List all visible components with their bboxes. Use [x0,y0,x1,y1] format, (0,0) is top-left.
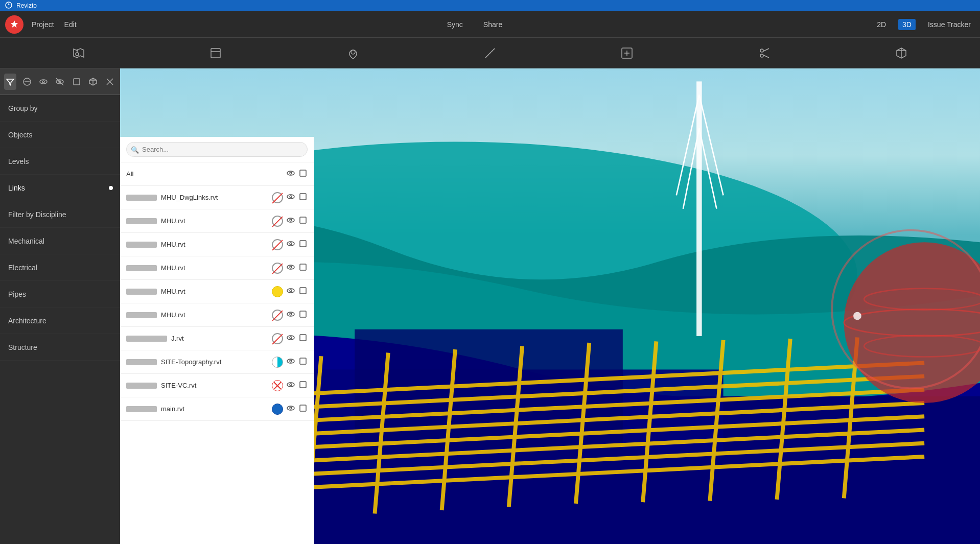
links-indicator-dot [109,186,113,190]
color-swatch[interactable] [272,239,283,250]
list-item[interactable]: SITE-VC.rvt [120,374,314,397]
box-icon[interactable] [298,192,308,203]
list-item[interactable]: main.rvt [120,397,314,421]
sidebar-item-pipes[interactable]: Pipes [0,281,120,308]
sidebar-item-architecture[interactable]: Architecture [0,308,120,334]
sidebar-item-structure[interactable]: Structure [0,334,120,361]
box-filter-icon[interactable] [71,74,83,90]
search-wrap: 🔍 [126,142,308,157]
svg-point-23 [40,80,47,84]
box-icon-all[interactable] [298,169,308,180]
list-item[interactable]: MHU_DwgLinks.rvt [120,186,314,209]
map-tool-icon[interactable] [68,43,89,63]
svg-rect-41 [300,217,306,223]
file-name: SITE-VC.rvt [161,382,268,389]
eye-icon[interactable] [286,310,295,321]
color-swatch[interactable] [272,333,283,344]
sidebar-item-objects[interactable]: Objects [0,122,120,148]
eye-icon[interactable] [286,404,295,415]
eye-icon[interactable] [286,380,295,391]
box-icon[interactable] [298,286,308,297]
list-item[interactable]: MHU.rvt [120,303,314,327]
svg-line-9 [489,53,491,54]
add-tool-icon[interactable] [617,43,637,63]
eye-icon[interactable] [286,263,295,274]
color-swatch-blue[interactable] [272,404,283,415]
list-item[interactable]: J.rvt [120,327,314,350]
sidebar-item-electrical[interactable]: Electrical [0,254,120,281]
app-logo[interactable] [5,15,24,34]
svg-rect-64 [300,382,306,388]
eye-icon[interactable] [286,216,295,227]
color-swatch-yellow[interactable] [272,286,283,297]
close-filter-icon[interactable] [104,74,116,90]
file-item-icons [272,333,308,344]
svg-rect-35 [300,170,306,176]
eye-icon[interactable] [286,192,295,203]
box-icon[interactable] [298,239,308,250]
svg-rect-90 [696,81,702,336]
file-name: MHU.rvt [161,217,268,225]
box-icon[interactable] [298,357,308,368]
sidebar-item-links[interactable]: Links [0,175,120,201]
svg-rect-50 [300,288,306,294]
search-icon: 🔍 [131,146,139,153]
list-item[interactable]: SITE-Topography.rvt [120,350,314,374]
issue-tracker-button[interactable]: Issue Tracker [924,19,975,30]
cancel-filter-icon[interactable] [20,74,33,90]
project-menu[interactable]: Project [32,20,54,29]
file-name: J.rvt [171,335,268,342]
color-swatch-red-x[interactable] [272,380,283,391]
svg-rect-38 [300,194,306,200]
edit-menu[interactable]: Edit [64,20,77,29]
scissor-tool-icon[interactable] [754,43,775,63]
eye-icon[interactable] [286,333,295,344]
box-icon[interactable] [298,333,308,344]
list-item[interactable]: MHU.rvt [120,209,314,233]
box-icon[interactable] [298,404,308,415]
eye-icon[interactable] [286,286,295,297]
sidebar-item-mechanical[interactable]: Mechanical [0,228,120,254]
color-swatch-cyan[interactable] [272,357,283,368]
sidebar-item-group-by[interactable]: Group by [0,95,120,122]
3d-view-button[interactable]: 3D [898,19,916,30]
svg-point-55 [290,337,292,339]
svg-point-24 [42,81,44,83]
color-swatch[interactable] [272,263,283,274]
color-swatch[interactable] [272,192,283,203]
eye-icon[interactable] [286,357,295,368]
eye-icon[interactable] [286,239,295,250]
color-swatch[interactable] [272,216,283,227]
eye-icon-all[interactable] [286,169,295,180]
box-icon[interactable] [298,310,308,321]
svg-rect-56 [300,335,306,341]
color-swatch[interactable] [272,310,283,321]
svg-rect-59 [300,358,306,364]
location-tool-icon[interactable] [343,43,363,63]
main-layout: Group by Objects Levels Links Filter by … [0,68,980,544]
measure-tool-icon[interactable] [480,43,500,63]
3dbox-filter-icon[interactable] [87,74,99,90]
svg-point-36 [287,195,294,199]
sync-button[interactable]: Sync [447,20,463,29]
sidebar-item-levels[interactable]: Levels [0,148,120,175]
2d-view-button[interactable]: 2D [873,19,890,30]
file-item-icons [272,357,308,368]
svg-rect-67 [300,405,306,411]
list-item[interactable]: All [120,162,314,186]
file-name: MHU.rvt [161,241,268,248]
search-input[interactable] [126,142,308,157]
cube-tool-icon[interactable] [891,43,912,63]
eye-slash-filter-icon[interactable] [54,74,66,90]
box-icon[interactable] [298,380,308,391]
filter-icon[interactable] [4,74,16,90]
list-item[interactable]: MHU.rvt [120,280,314,303]
panel-tool-icon[interactable] [205,43,226,63]
list-item[interactable]: MHU.rvt [120,256,314,280]
sidebar-item-filter-by-discipline[interactable]: Filter by Discipline [0,201,120,228]
eye-filter-icon[interactable] [37,74,50,90]
box-icon[interactable] [298,263,308,274]
box-icon[interactable] [298,216,308,227]
share-button[interactable]: Share [483,20,502,29]
list-item[interactable]: MHU.rvt [120,233,314,256]
